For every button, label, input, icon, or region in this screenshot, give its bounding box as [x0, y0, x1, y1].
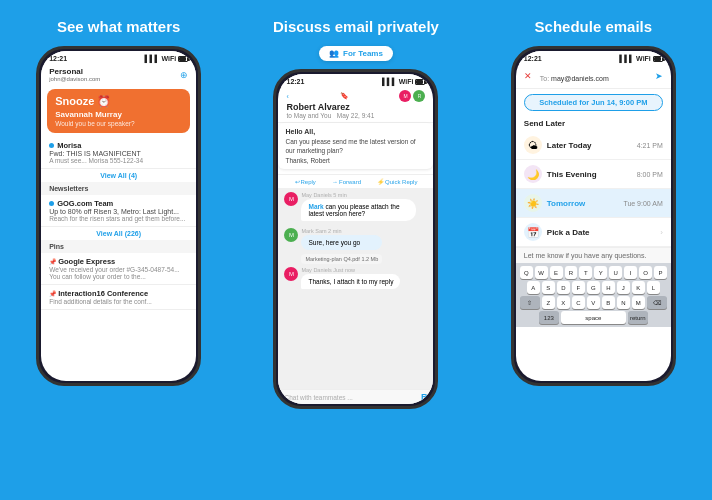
- key-q[interactable]: Q: [520, 266, 533, 279]
- option-later-today[interactable]: 🌤 Later Today 4:21 PM: [516, 131, 671, 160]
- key-m[interactable]: M: [632, 296, 645, 309]
- send-schedule-icon[interactable]: ➤: [655, 71, 663, 81]
- message-1: M May Daniels 5 min Mark can you please …: [284, 192, 427, 225]
- pin-subject-2: Find additional details for the conf...: [49, 298, 188, 305]
- key-return[interactable]: return: [628, 311, 648, 324]
- wifi-mid: WiFi: [399, 78, 414, 85]
- chat-header: ‹ 🔖 M R Robert Alvarez to May and You Ma…: [278, 87, 433, 123]
- section-pins: Pins: [41, 240, 196, 253]
- key-l[interactable]: L: [647, 281, 660, 294]
- key-g[interactable]: G: [587, 281, 600, 294]
- to-field: To: may@daniels.com: [536, 67, 651, 85]
- view-all-inbox[interactable]: View All (4): [41, 169, 196, 182]
- option-this-evening-name: This Evening: [547, 170, 632, 179]
- close-icon[interactable]: ✕: [524, 71, 532, 81]
- key-p[interactable]: P: [654, 266, 667, 279]
- view-all-newsletters[interactable]: View All (226): [41, 227, 196, 240]
- key-t[interactable]: T: [579, 266, 592, 279]
- email-item-gog[interactable]: GOG.com Team Up to 80% off Risen 3, Metr…: [41, 195, 196, 227]
- forward-button[interactable]: → Forward: [332, 178, 361, 185]
- key-r[interactable]: R: [565, 266, 578, 279]
- key-h[interactable]: H: [602, 281, 615, 294]
- option-this-evening[interactable]: 🌙 This Evening 8:00 PM: [516, 160, 671, 189]
- keyboard-row-1: Q W E R T Y U I O P: [520, 266, 667, 279]
- scheduled-badge[interactable]: Scheduled for Jun 14, 9:00 PM: [524, 94, 663, 111]
- option-tomorrow-time: Tue 9:00 AM: [623, 200, 662, 207]
- panel-mid: Discuss email privately 👥 For Teams 12:2…: [237, 0, 474, 500]
- option-pick-date[interactable]: 📅 Pick a Date ›: [516, 218, 671, 247]
- quick-reply-button[interactable]: ⚡ Quick Reply: [377, 178, 417, 185]
- phone-left: 12:21 ▌▌▌ WiFi Personal john@davison.com…: [36, 46, 201, 386]
- key-v[interactable]: V: [587, 296, 600, 309]
- reply-button[interactable]: ↩ Reply: [295, 178, 316, 185]
- bubble-1: May Daniels 5 min Mark can you please at…: [301, 192, 416, 225]
- status-bar-mid: 12:21 ▌▌▌ WiFi: [278, 74, 433, 87]
- key-b[interactable]: B: [602, 296, 615, 309]
- key-123[interactable]: 123: [539, 311, 559, 324]
- teams-icon: 👥: [329, 49, 339, 58]
- time-left: 12:21: [49, 55, 67, 62]
- bookmark-icon[interactable]: 🔖: [340, 92, 349, 100]
- keyboard-row-4: 123 space return: [520, 311, 667, 324]
- signal-mid: ▌▌▌: [382, 78, 397, 85]
- key-backspace[interactable]: ⌫: [647, 296, 667, 309]
- option-tomorrow[interactable]: ☀️ Tomorrow Tue 9:00 AM: [516, 189, 671, 218]
- account-info: Personal john@davison.com: [49, 67, 100, 82]
- status-icons-left: ▌▌▌ WiFi: [145, 55, 189, 62]
- key-shift[interactable]: ⇧: [520, 296, 540, 309]
- phone-mid: 12:21 ▌▌▌ WiFi ‹ 🔖 M R Robert Alvare: [273, 69, 438, 409]
- panel-left-title: See what matters: [57, 18, 180, 36]
- key-o[interactable]: O: [639, 266, 652, 279]
- chat-body: M May Daniels 5 min Mark can you please …: [278, 188, 433, 389]
- wifi-right: WiFi: [636, 55, 651, 62]
- snooze-card[interactable]: Snooze ⏰ Savannah Murray Would you be ou…: [47, 89, 190, 133]
- schedule-header: ✕ To: may@daniels.com ➤: [516, 64, 671, 89]
- snooze-message: Would you be our speaker?: [55, 120, 182, 127]
- key-i[interactable]: I: [624, 266, 637, 279]
- compose-area[interactable]: Let me know if you have any questions.: [516, 247, 671, 263]
- key-y[interactable]: Y: [594, 266, 607, 279]
- key-n[interactable]: N: [617, 296, 630, 309]
- newsletter-sender: GOG.com Team: [57, 199, 113, 208]
- avatar-group: M R: [399, 90, 425, 102]
- key-u[interactable]: U: [609, 266, 622, 279]
- key-j[interactable]: J: [617, 281, 630, 294]
- section-newsletter: Newsletters: [41, 182, 196, 195]
- signal-icon: ▌▌▌: [145, 55, 160, 62]
- key-f[interactable]: F: [572, 281, 585, 294]
- battery-mid: [415, 79, 425, 85]
- pin-sender-2: Interaction16 Conference: [58, 289, 148, 298]
- key-d[interactable]: D: [557, 281, 570, 294]
- panel-right-title: Schedule emails: [535, 18, 653, 36]
- keyboard: Q W E R T Y U I O P A S D F G H: [516, 263, 671, 327]
- wifi-icon: WiFi: [161, 55, 176, 62]
- avatar-2: R: [413, 90, 425, 102]
- send-later-label: Send Later: [516, 116, 671, 131]
- bubble-3: May Daniels Just now Thanks, I attach it…: [301, 267, 400, 293]
- key-c[interactable]: C: [572, 296, 585, 309]
- option-this-evening-time: 8:00 PM: [637, 171, 663, 178]
- chat-input-row: Chat with teammates ... R: [278, 389, 433, 404]
- key-w[interactable]: W: [535, 266, 548, 279]
- email-item-morisa[interactable]: Morisa Fwd: THIS IS MAGNIFICENT A must s…: [41, 137, 196, 169]
- phone-mid-screen: 12:21 ▌▌▌ WiFi ‹ 🔖 M R Robert Alvare: [278, 74, 433, 404]
- send-button[interactable]: R: [421, 392, 428, 402]
- account-icon[interactable]: ⊕: [180, 70, 188, 80]
- status-icons-right: ▌▌▌ WiFi: [619, 55, 663, 62]
- account-email: john@davison.com: [49, 76, 100, 82]
- key-space[interactable]: space: [561, 311, 626, 324]
- chat-input[interactable]: Chat with teammates ...: [284, 394, 421, 401]
- key-s[interactable]: S: [542, 281, 555, 294]
- key-x[interactable]: X: [557, 296, 570, 309]
- key-a[interactable]: A: [527, 281, 540, 294]
- back-button[interactable]: ‹: [286, 93, 288, 100]
- key-k[interactable]: K: [632, 281, 645, 294]
- battery-right: [653, 56, 663, 62]
- key-z[interactable]: Z: [542, 296, 555, 309]
- pin-icon-2: 📌: [49, 290, 56, 297]
- email-item-interaction[interactable]: 📌 Interaction16 Conference Find addition…: [41, 285, 196, 310]
- key-e[interactable]: E: [550, 266, 563, 279]
- file-attachment[interactable]: Marketing-plan Q4.pdf 1.2 Mb: [301, 254, 382, 264]
- email-thanks: Thanks, Robert: [285, 157, 426, 164]
- email-item-google[interactable]: 📌 Google Express We've received your ord…: [41, 253, 196, 285]
